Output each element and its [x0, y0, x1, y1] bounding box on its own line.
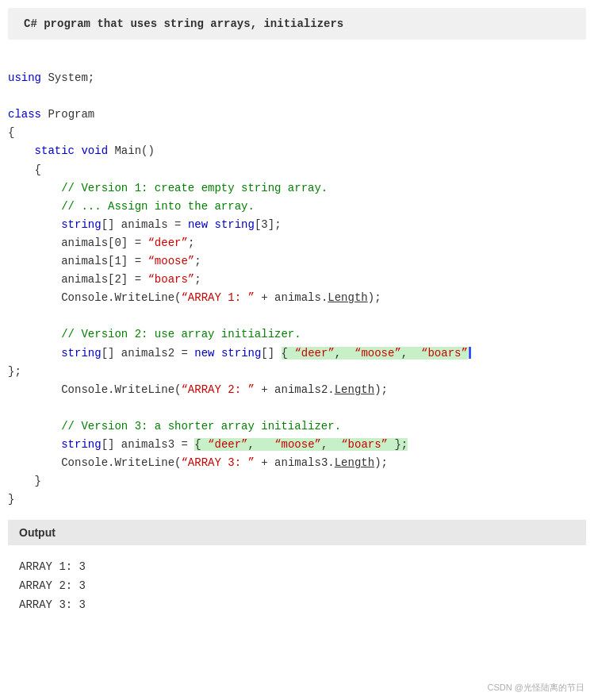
code-line: // Version 3: a shorter array initialize…	[8, 417, 583, 436]
output-line-3: ARRAY 3: 3	[19, 596, 575, 615]
code-line	[8, 87, 583, 106]
code-line	[8, 399, 583, 417]
code-line: animals[0] = “deer”;	[8, 234, 583, 252]
code-line: Console.WriteLine(“ARRAY 3: ” + animals3…	[8, 454, 583, 472]
output-label: Output	[8, 520, 586, 545]
cursor	[469, 347, 471, 359]
code-line: class Program	[8, 106, 583, 124]
output-line-1: ARRAY 1: 3	[19, 558, 575, 577]
output-section: Output ARRAY 1: 3 ARRAY 2: 3 ARRAY 3: 3	[8, 520, 586, 622]
code-line: // Version 1: create empty string array.	[8, 179, 583, 198]
output-content: ARRAY 1: 3 ARRAY 2: 3 ARRAY 3: 3	[8, 545, 586, 622]
code-line: Console.WriteLine(“ARRAY 2: ” + animals2…	[8, 381, 583, 399]
code-line: animals[2] = “boars”;	[8, 271, 583, 289]
code-line: // Version 2: use array initializer.	[8, 325, 583, 344]
code-line: };	[8, 363, 583, 381]
code-line: }	[8, 472, 583, 490]
code-line: animals[1] = “moose”;	[8, 252, 583, 271]
code-line: // ... Assign into the array.	[8, 198, 583, 216]
code-area: using System; class Program { static voi…	[0, 40, 594, 520]
output-line-2: ARRAY 2: 3	[19, 577, 575, 596]
code-line: Console.WriteLine(“ARRAY 1: ” + animals.…	[8, 289, 583, 307]
code-line: using System;	[8, 69, 583, 87]
code-line	[8, 51, 583, 69]
code-line: string[] animals = new string[3];	[8, 216, 583, 234]
code-line	[8, 307, 583, 325]
code-line: string[] animals3 = { “deer”, “moose”, “…	[8, 436, 583, 454]
code-line: {	[8, 124, 583, 142]
code-line: {	[8, 161, 583, 179]
watermark: CSDN @光怪陆离的节日	[488, 682, 584, 694]
title-bar: C# program that uses string arrays, init…	[8, 8, 586, 40]
code-line: static void Main()	[8, 142, 583, 160]
code-line: }	[8, 490, 583, 509]
title-text: C# program that uses string arrays, init…	[24, 17, 343, 30]
code-line: string[] animals2 = new string[] { “deer…	[8, 344, 583, 363]
